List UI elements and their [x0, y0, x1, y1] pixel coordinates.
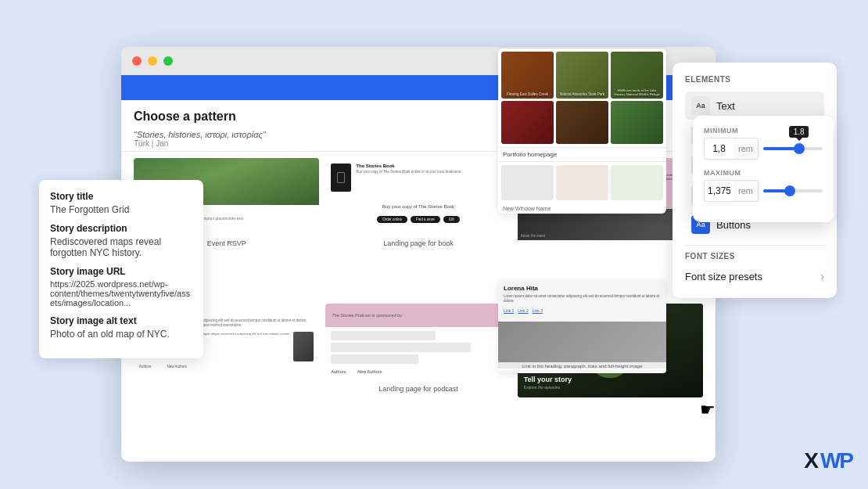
new-window-thumb-1	[501, 165, 554, 200]
minimum-value-box: rem	[704, 138, 759, 160]
minimum-row: rem 1.8	[704, 138, 823, 160]
story-field-label-1: Story description	[50, 223, 192, 234]
element-aa-text: Aa	[691, 96, 710, 115]
new-window-section	[498, 161, 666, 203]
story-field-3: Story image alt text Photo of an old map…	[50, 315, 192, 340]
photo-caption-2: Wildflower lands at the Lake Havasu, Nat…	[611, 88, 663, 97]
story-field-label-3: Story image alt text	[50, 315, 192, 326]
book-desc-mini: Buy your copy of The Stories Book online…	[356, 170, 462, 174]
photo-grid-top: Flowing East Dalles Creek Natural Absaro…	[498, 49, 666, 147]
minimum-tooltip: 1.8	[789, 126, 809, 138]
cursor-hand-icon: ☛	[700, 400, 716, 420]
portfolio-caption: Portfolio homepage	[498, 147, 666, 161]
xwp-wp: WP	[820, 448, 852, 473]
photo-item-3	[501, 101, 554, 144]
link-bio-pattern[interactable]: Lorena Hita Lorem ipsum dolor sit amet c…	[498, 279, 666, 373]
maximum-value-box: rem	[704, 180, 759, 202]
story-field-value-1: Rediscovered maps reveal forgotten NYC h…	[50, 236, 192, 258]
photo-caption-1: Natural Absaroka State Park	[556, 92, 608, 97]
element-name-text: Text	[716, 100, 735, 112]
photo-item-0: Flowing East Dalles Creek	[501, 52, 554, 99]
story-field-value-0: The Forgotten Grid	[50, 204, 192, 215]
link-bio-links: Link 1 Link 2 Link 3	[504, 308, 661, 313]
browser-close-button[interactable]	[132, 56, 142, 66]
new-window-thumb-2	[556, 165, 608, 200]
maximum-unit: rem	[733, 180, 759, 202]
about-book-links: AuthorsNew Authors	[139, 365, 314, 369]
pattern-podcast-episodes[interactable]: The Stories Podcast is sponsored by Auth…	[325, 304, 511, 397]
episode-link2: New Authors	[357, 369, 382, 374]
font-sizes-title: FONT SIZES	[685, 252, 824, 261]
photo-item-5	[611, 101, 663, 144]
book-title-mini: The Stories Book	[356, 164, 462, 168]
pattern-label-about-book	[134, 391, 319, 394]
elements-divider	[685, 245, 824, 246]
pattern-stories-book[interactable]: The Stories Book Buy your copy of The St…	[325, 158, 511, 252]
story-field-0: Story title The Forgotten Grid	[50, 191, 192, 215]
browser-maximize-button[interactable]	[163, 56, 173, 66]
pattern-label-book: Landing page for book	[325, 238, 511, 249]
episode-link1: Authors	[331, 369, 346, 374]
story-field-value-2: https://2025.wordpress.net/wp-content/th…	[50, 279, 192, 307]
story-field-value-3: Photo of an old map of NYC.	[50, 329, 192, 340]
photo-caption-0: Flowing East Dalles Creek	[501, 92, 554, 97]
minimum-input[interactable]	[704, 138, 733, 160]
photo-collection-panel: Flowing East Dalles Creek Natural Absaro…	[498, 49, 666, 214]
minmax-panel: MINIMUM rem 1.8 MAXIMUM rem	[693, 116, 834, 222]
maximum-slider-thumb[interactable]	[784, 185, 795, 196]
story-field-2: Story image URL https://2025.wordpress.n…	[50, 266, 192, 307]
pattern-label-link-bio: Link in bio heading, paragraph, links an…	[498, 362, 666, 370]
maximum-slider[interactable]	[763, 189, 823, 192]
minimum-unit: rem	[733, 138, 759, 160]
tell-story-sub: Explore the episodes	[524, 385, 572, 390]
elements-section-title: ELEMENTS	[685, 75, 824, 84]
new-window-thumb-3	[611, 165, 663, 200]
xwp-badge: XWP	[804, 448, 852, 473]
pattern-label-podcast-ep: Landing page for podcast	[325, 383, 511, 394]
podcast-ep-title: The Stories Podcast is sponsored by	[332, 313, 402, 318]
minimum-slider-thumb[interactable]: 1.8	[794, 143, 805, 154]
maximum-input[interactable]	[704, 180, 733, 202]
xwp-x: X	[804, 448, 817, 473]
photo-item-2: Wildflower lands at the Lake Havasu, Nat…	[611, 52, 663, 99]
new-window-label: New Window Name	[498, 203, 666, 214]
about-event-mini: About the event	[521, 234, 546, 238]
font-size-presets-row[interactable]: Font size presets ›	[685, 267, 824, 286]
minimum-slider[interactable]: 1.8	[763, 147, 823, 150]
browser-minimize-button[interactable]	[148, 56, 157, 66]
story-field-label-2: Story image URL	[50, 266, 192, 277]
link-bio-title: Lorena Hita	[504, 285, 661, 292]
maximum-row: rem	[704, 180, 823, 202]
tell-story-title: Tell your story	[524, 376, 572, 383]
maximum-label: MAXIMUM	[704, 169, 823, 177]
photo-item-1: Natural Absaroka State Park	[556, 52, 608, 99]
story-field-1: Story description Rediscovered maps reve…	[50, 223, 192, 258]
book-cta: Buy your copy of The Stories Book	[325, 201, 511, 212]
photo-item-4	[556, 101, 608, 144]
story-info-panel: Story title The Forgotten Grid Story des…	[39, 180, 203, 358]
chevron-right-icon: ›	[820, 270, 824, 282]
link-bio-desc: Lorem ipsum dolor sit amet consectetur a…	[504, 294, 661, 304]
font-size-preset-label: Font size presets	[685, 271, 762, 282]
link-bio-image	[498, 322, 666, 369]
story-field-label-0: Story title	[50, 191, 192, 202]
